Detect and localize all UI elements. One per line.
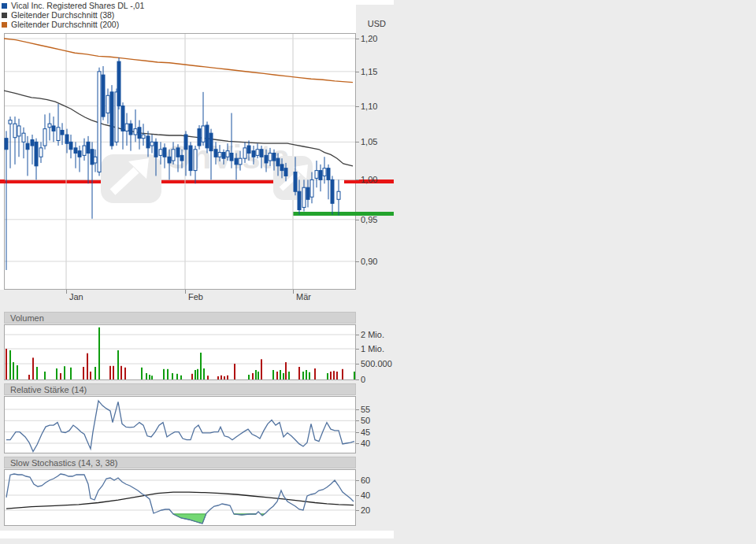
rsi-tick-mark — [356, 409, 359, 410]
stochastics-tick-mark — [356, 480, 359, 481]
currency-unit-label: USD — [360, 19, 386, 28]
ma200-label: Gleitender Durchschnitt (200) — [11, 20, 119, 29]
rsi-tick-mark — [356, 420, 359, 421]
month-tick-mark — [293, 290, 294, 294]
stochastics-tick-mark — [356, 495, 359, 496]
price-axis-label: 0,90 — [361, 257, 377, 267]
rsi-panel-header: Relative Stärke (14) — [4, 383, 356, 395]
volume-axis-label: 500.000 — [361, 359, 392, 369]
volume-axis-label: 0 — [361, 375, 365, 385]
rsi-axis-label: 45 — [361, 427, 370, 438]
price-axis-label: 1,20 — [361, 34, 377, 44]
price-tick-mark — [355, 72, 359, 72]
rsi-chart-canvas — [4, 396, 356, 453]
volume-tick-mark — [356, 335, 359, 335]
legend-item-ma38: Gleitender Durchschnitt (38) — [2, 10, 144, 20]
stochastics-axis-label: 60 — [361, 476, 370, 486]
month-axis-label: Jan — [69, 292, 83, 302]
page-background-right — [394, 0, 756, 544]
rsi-tick-mark — [356, 443, 359, 444]
rsi-axis-label: 55 — [361, 405, 370, 415]
legend-item-price: Vical Inc. Registered Shares DL -,01 — [2, 1, 144, 10]
price-tick-mark — [355, 220, 359, 220]
ma38-swatch — [2, 13, 7, 18]
price-axis-label: 1,10 — [361, 102, 377, 112]
volume-tick-mark — [356, 364, 359, 365]
stochastics-panel-title: Slow Stochastics (14, 3, 38) — [10, 458, 117, 468]
price-tick-mark — [355, 261, 359, 262]
stochastics-chart-canvas — [4, 469, 356, 526]
price-chart-canvas: OnVista — [4, 33, 356, 290]
legend: Vical Inc. Registered Shares DL -,01 Gle… — [2, 1, 144, 29]
ma38-label: Gleitender Durchschnitt (38) — [11, 10, 114, 20]
volume-chart-canvas — [4, 324, 356, 380]
volume-axis-label: 1 Mio. — [361, 344, 384, 354]
volume-tick-mark — [356, 379, 359, 380]
volume-panel-header: Volumen — [4, 312, 356, 324]
stochastics-axis-label: 20 — [361, 505, 370, 516]
rsi-axis-label: 50 — [361, 416, 370, 426]
bottom-strip — [0, 538, 394, 544]
ma200-swatch — [2, 22, 7, 28]
rsi-axis-label: 40 — [361, 439, 370, 449]
volume-tick-mark — [356, 349, 359, 350]
month-tick-mark — [66, 290, 67, 294]
stock-chart-widget: Vical Inc. Registered Shares DL -,01 Gle… — [0, 0, 756, 544]
rsi-panel-title: Relative Stärke (14) — [10, 385, 87, 394]
price-series-swatch — [2, 3, 7, 9]
stochastics-axis-label: 40 — [361, 490, 370, 501]
month-tick-mark — [185, 290, 186, 294]
price-axis-label: 0,95 — [361, 215, 377, 225]
month-axis-label: Mär — [296, 292, 311, 302]
rsi-tick-mark — [356, 432, 359, 433]
price-tick-mark — [355, 142, 359, 142]
stochastics-tick-mark — [356, 510, 359, 511]
price-tick-mark — [355, 39, 359, 39]
price-axis-label: 1,00 — [361, 175, 377, 185]
price-tick-mark — [355, 106, 359, 107]
legend-item-ma200: Gleitender Durchschnitt (200) — [2, 20, 144, 29]
month-axis-label: Feb — [188, 292, 203, 302]
price-axis-label: 1,05 — [361, 137, 377, 147]
volume-panel-title: Volumen — [10, 313, 44, 323]
stochastics-panel-header: Slow Stochastics (14, 3, 38) — [4, 457, 356, 468]
price-tick-mark — [355, 179, 359, 180]
price-series-label: Vical Inc. Registered Shares DL -,01 — [11, 1, 144, 10]
price-axis-label: 1,15 — [361, 67, 377, 77]
volume-axis-label: 2 Mio. — [361, 330, 384, 340]
